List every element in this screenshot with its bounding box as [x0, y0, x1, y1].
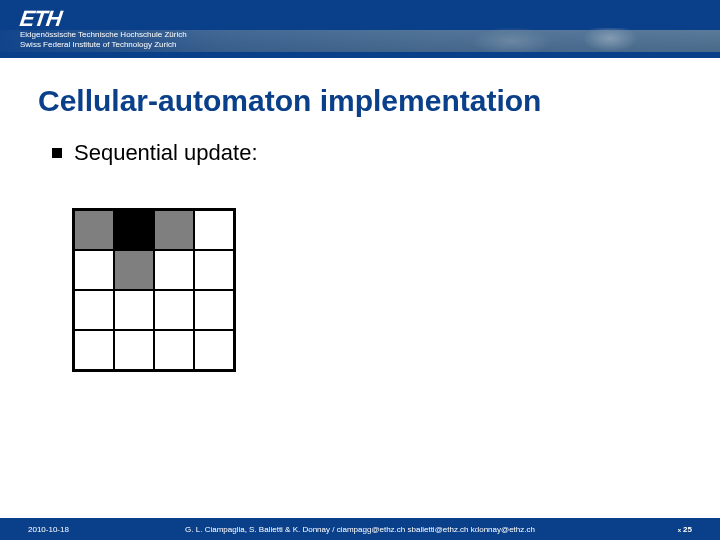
footer-page-number: 25 — [683, 525, 692, 534]
grid-cell — [194, 330, 234, 370]
header-subtitle-de: Eidgenössische Technische Hochschule Zür… — [20, 30, 187, 39]
grid-cell — [74, 330, 114, 370]
grid-cell — [74, 250, 114, 290]
grid-cell — [194, 290, 234, 330]
grid-cell — [194, 210, 234, 250]
grid-cell — [114, 290, 154, 330]
footer-credit: G. L. Ciampaglia, S. Balietti & K. Donna… — [0, 525, 720, 534]
header-photo-detail — [400, 28, 680, 54]
automaton-grid — [72, 208, 236, 372]
bullet-row: Sequential update: — [52, 140, 258, 166]
grid-cell — [74, 290, 114, 330]
footer-page-x: x — [678, 527, 681, 533]
grid-cell — [154, 210, 194, 250]
bullet-marker-icon — [52, 148, 62, 158]
slide: ETH Eidgenössische Technische Hochschule… — [0, 0, 720, 540]
footer: 2010-10-18 G. L. Ciampaglia, S. Balietti… — [0, 518, 720, 540]
bullet-text: Sequential update: — [74, 140, 258, 166]
grid-cell — [154, 290, 194, 330]
logo-row: ETH — [20, 6, 63, 32]
grid-cell — [154, 330, 194, 370]
eth-logo: ETH — [18, 6, 65, 32]
grid-cell — [114, 330, 154, 370]
header-subtitle-en: Swiss Federal Institute of Technology Zu… — [20, 40, 176, 49]
grid-cell — [114, 210, 154, 250]
header: ETH Eidgenössische Technische Hochschule… — [0, 0, 720, 70]
header-stripe-top — [0, 0, 720, 30]
footer-page: x25 — [678, 525, 692, 534]
grid-cell — [114, 250, 154, 290]
header-stripe-white — [0, 58, 720, 70]
grid-cell — [194, 250, 234, 290]
grid-cell — [74, 210, 114, 250]
slide-title: Cellular-automaton implementation — [38, 84, 541, 118]
grid-cell — [154, 250, 194, 290]
